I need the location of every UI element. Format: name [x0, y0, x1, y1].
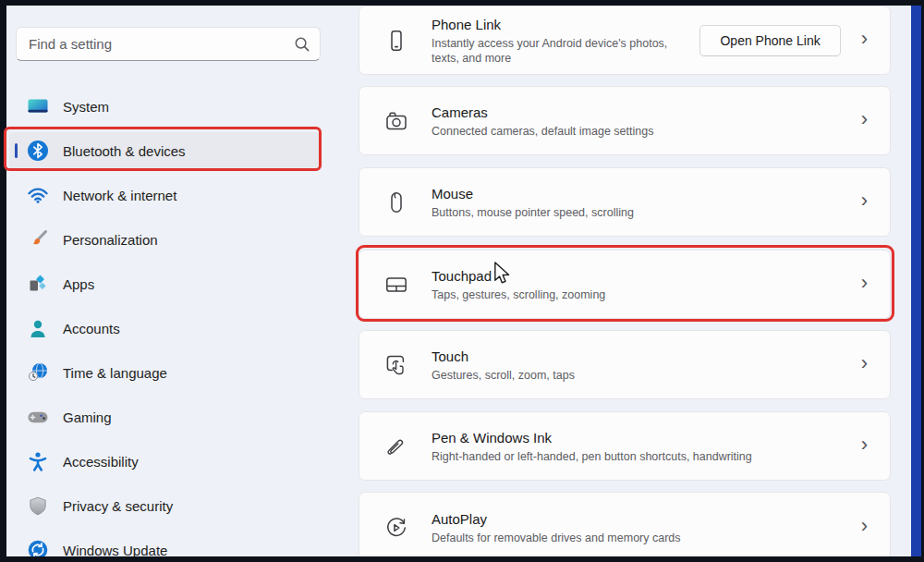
- search-input[interactable]: [16, 27, 321, 61]
- sidebar-item-label: Time & language: [63, 365, 167, 381]
- sidebar-item-label: Accessibility: [63, 454, 139, 470]
- apps-icon: [27, 273, 49, 295]
- card-pen-windows-ink[interactable]: Pen & Windows Ink Right-handed or left-h…: [359, 411, 891, 481]
- card-subtitle: Defaults for removable drives and memory…: [432, 531, 861, 545]
- time-language-icon: [27, 361, 49, 384]
- card-subtitle: Taps, gestures, scrolling, zooming: [432, 287, 861, 302]
- card-title: Touchpad: [432, 267, 861, 285]
- card-title: Mouse: [432, 185, 861, 202]
- card-touchpad[interactable]: Touchpad Taps, gestures, scrolling, zoom…: [359, 250, 891, 319]
- sidebar-item-bluetooth-devices[interactable]: Bluetooth & devices: [9, 132, 321, 169]
- sidebar-item-privacy-security[interactable]: Privacy & security: [9, 487, 321, 524]
- autoplay-icon: [384, 516, 408, 540]
- gaming-icon: [27, 406, 49, 428]
- card-cameras[interactable]: Cameras Connected cameras, default image…: [359, 86, 891, 155]
- card-title: Touch: [432, 348, 861, 365]
- sidebar-item-label: System: [63, 99, 109, 115]
- sidebar-item-gaming[interactable]: Gaming: [9, 398, 321, 435]
- sidebar-item-label: Personalization: [63, 232, 158, 248]
- chevron-right-icon: ›: [861, 109, 868, 129]
- touch-icon: [384, 353, 408, 377]
- card-autoplay[interactable]: AutoPlay Defaults for removable drives a…: [359, 492, 891, 562]
- system-icon: [27, 95, 49, 117]
- camera-icon: [384, 109, 408, 133]
- bluetooth-icon: [27, 140, 49, 162]
- card-title: Cameras: [432, 104, 861, 121]
- card-touch[interactable]: Touch Gestures, scroll, zoom, taps ›: [359, 330, 891, 399]
- chevron-right-icon: ›: [861, 353, 868, 373]
- sidebar-item-label: Accounts: [63, 321, 120, 336]
- sidebar-item-label: Network & internet: [63, 188, 176, 203]
- card-subtitle: Instantly access your Android device's p…: [432, 36, 674, 66]
- privacy-shield-icon: [27, 495, 49, 517]
- frame-edge-top: [0, 0, 924, 6]
- open-phone-link-button[interactable]: Open Phone Link: [699, 25, 840, 56]
- chevron-right-icon: ›: [861, 434, 868, 455]
- selected-indicator: [15, 143, 18, 158]
- sidebar-item-accounts[interactable]: Accounts: [9, 310, 321, 347]
- card-subtitle: Buttons, mouse pointer speed, scrolling: [432, 205, 861, 220]
- accounts-icon: [27, 317, 49, 339]
- card-subtitle: Gestures, scroll, zoom, taps: [432, 368, 861, 383]
- sidebar-item-label: Privacy & security: [63, 498, 173, 514]
- card-subtitle: Connected cameras, default image setting…: [432, 124, 861, 139]
- sidebar-item-system[interactable]: System: [9, 88, 321, 125]
- sidebar-item-personalization[interactable]: Personalization: [9, 221, 321, 258]
- sidebar-item-label: Bluetooth & devices: [63, 143, 186, 159]
- sidebar-item-network-internet[interactable]: Network & internet: [9, 177, 321, 214]
- settings-window: System Bluetooth & devices Network & int…: [0, 0, 924, 562]
- desktop-background-strip: [911, 5, 921, 556]
- card-phone-link[interactable]: Phone Link Instantly access your Android…: [359, 6, 891, 75]
- card-title: Pen & Windows Ink: [432, 429, 861, 446]
- chevron-right-icon: ›: [861, 29, 868, 49]
- phone-icon: [384, 29, 408, 53]
- card-title: Phone Link: [432, 16, 699, 33]
- personalization-icon: [27, 228, 49, 250]
- sidebar-item-apps[interactable]: Apps: [9, 265, 321, 302]
- network-icon: [27, 184, 49, 206]
- card-mouse[interactable]: Mouse Buttons, mouse pointer speed, scro…: [359, 167, 891, 237]
- card-title: AutoPlay: [432, 510, 861, 528]
- chevron-right-icon: ›: [861, 273, 868, 293]
- sidebar-item-label: Windows Update: [63, 543, 167, 558]
- mouse-icon: [384, 190, 408, 214]
- touchpad-icon: [384, 273, 408, 297]
- search-box[interactable]: [16, 27, 321, 61]
- sidebar-item-label: Gaming: [63, 409, 112, 425]
- chevron-right-icon: ›: [861, 190, 868, 211]
- frame-edge-left: [0, 0, 6, 562]
- sidebar-item-accessibility[interactable]: Accessibility: [9, 443, 321, 480]
- search-icon[interactable]: [294, 36, 310, 53]
- pen-icon: [384, 434, 408, 458]
- accessibility-icon: [27, 450, 49, 472]
- frame-edge-bottom: [0, 556, 924, 562]
- card-subtitle: Right-handed or left-handed, pen button …: [432, 449, 861, 464]
- sidebar-item-label: Apps: [63, 276, 94, 292]
- sidebar-item-time-language[interactable]: Time & language: [9, 354, 321, 391]
- chevron-right-icon: ›: [861, 516, 868, 536]
